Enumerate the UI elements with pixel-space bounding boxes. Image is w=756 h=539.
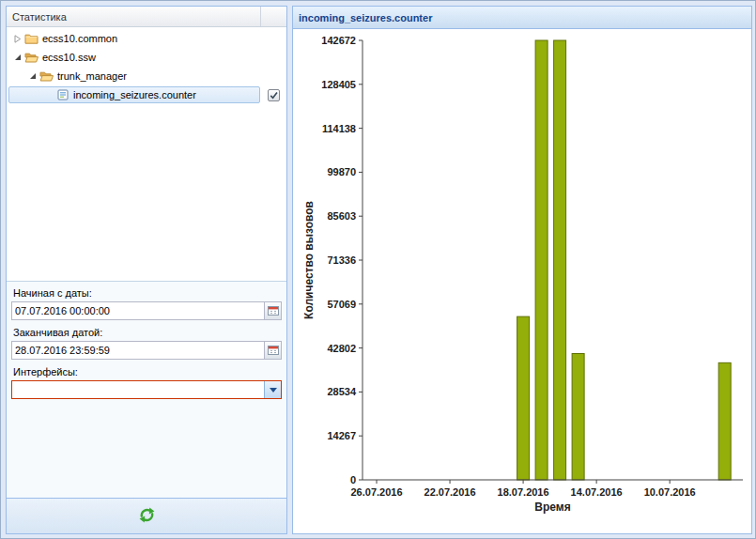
interfaces-label: Интерфейсы: [13,366,280,377]
svg-text:18.07.2016: 18.07.2016 [498,486,549,498]
calendar-icon [268,305,279,317]
expander-expanded-icon[interactable] [12,54,23,61]
tree-node-ecss10-ssw[interactable]: ecss10.ssw [7,48,286,67]
statistics-panel: Статистика ecss10.common [6,6,287,534]
svg-text:Время: Время [534,500,570,514]
svg-text:114138: 114138 [322,123,356,134]
interfaces-combo [11,380,282,399]
refresh-icon [139,507,155,525]
expander-expanded-icon[interactable] [27,72,39,80]
svg-text:14.07.2016: 14.07.2016 [571,486,623,498]
app-viewport: { "colors": { "panel_border": "#99bbe8",… [0,0,756,539]
node-checkbox-checked[interactable] [268,89,280,101]
svg-text:Количество вызовов: Количество вызовов [302,201,316,319]
interfaces-input[interactable] [12,381,264,398]
svg-text:22.07.2016: 22.07.2016 [424,486,476,498]
chart-svg: 1426721284051141389987085603713365706942… [293,29,751,533]
svg-text:42802: 42802 [327,343,356,354]
chart-panel-title: incoming_seizures.counter [299,12,432,23]
bar-16.07.2016 [554,40,566,480]
end-date-label: Заканчивая датой: [13,327,280,338]
bottom-toolbar [7,498,286,533]
start-date-picker-button[interactable] [264,302,281,319]
svg-text:26.07.2016: 26.07.2016 [350,486,402,498]
bar-18.07.2016 [517,316,530,480]
checkbox-column-header[interactable] [261,7,286,26]
svg-text:10.07.2016: 10.07.2016 [644,486,696,498]
tree-node-incoming-seizures-counter[interactable]: incoming_seizures.counter [7,85,286,104]
folder-open-icon [39,70,54,82]
calendar-icon [268,345,279,357]
counter-icon [54,89,70,100]
chart-body: 1426721284051141389987085603713365706942… [293,29,751,533]
svg-text:28534: 28534 [327,386,356,397]
svg-text:142672: 142672 [321,35,356,46]
start-date-input[interactable] [12,302,264,319]
end-date-field [11,341,282,360]
svg-text:14267: 14267 [327,430,356,441]
chevron-down-icon [270,388,277,393]
tree-node-label: trunk_manager [54,70,127,82]
svg-text:99870: 99870 [327,166,356,177]
start-date-label: Начиная с даты: [13,287,280,299]
chart-panel: incoming_seizures.counter 14267212840511… [292,6,752,534]
tree-column-header[interactable]: Статистика [7,7,261,26]
svg-text:57069: 57069 [327,299,356,310]
bar-17.07.2016 [535,40,548,480]
end-date-picker-button[interactable] [264,342,281,359]
start-date-field [11,301,282,320]
tree-node-ecss10-common[interactable]: ecss10.common [7,29,286,48]
expander-collapsed-icon[interactable] [12,35,23,43]
svg-text:85603: 85603 [327,210,356,222]
tree-node-trunk-manager[interactable]: trunk_manager [7,67,286,85]
tree-column-title: Статистика [12,11,67,23]
tree-panel-header: Статистика [7,7,286,27]
svg-text:128405: 128405 [321,79,356,90]
tree-node-label: incoming_seizures.counter [70,89,196,100]
refresh-button[interactable] [135,505,158,528]
statistics-tree: ecss10.common ecss10.ssw [7,27,286,281]
bar-15.07.2016 [572,354,584,480]
tree-node-label: ecss10.ssw [39,52,96,63]
tree-node-label: ecss10.common [39,33,117,44]
svg-text:71336: 71336 [327,254,356,266]
interfaces-dropdown-button[interactable] [264,381,281,398]
svg-text:0: 0 [350,474,356,485]
folder-open-icon [23,52,39,63]
bar-07.07.2016 [718,362,731,480]
node-checkbox-cell [261,89,286,101]
end-date-input[interactable] [12,342,264,359]
chart-panel-header: incoming_seizures.counter [293,7,751,29]
filter-form: Начиная с даты: Заканчивая датой: Интерф… [7,281,286,498]
folder-closed-icon [23,33,39,44]
